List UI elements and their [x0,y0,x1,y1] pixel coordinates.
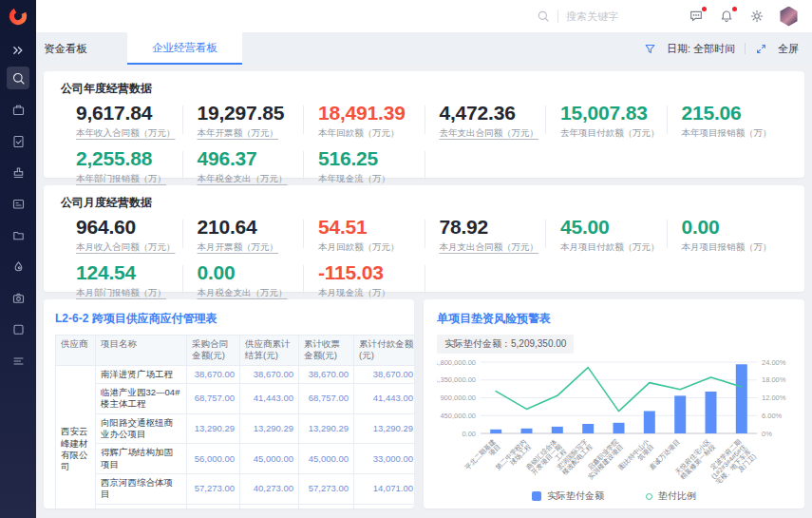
amount-cell[interactable]: 45,000.00 [240,444,299,474]
svg-text:1,800,000.00: 1,800,000.00 [437,358,476,367]
kpi-cell-empty [425,262,546,299]
table-row: 西京河西综合体项目 57,273.00 40,273.00 57,273.00 … [56,474,415,505]
amount-cell[interactable]: 56,000.00 [187,444,240,474]
briefcase-icon [11,103,26,117]
kpi-value: 964.60 [76,217,182,238]
amount-cell[interactable]: 13,290.29 [240,413,299,444]
project-name: 西京河西综合体项目 [96,474,187,505]
kpi-cell: 45.00本月项目付款额（万元） [545,217,667,254]
kpi-label[interactable]: 本月部门报销额（万） [76,287,166,299]
kpi-label[interactable]: 本月税金支出（万元） [198,287,288,299]
sidebar-nav [7,67,29,372]
kpi-cell: 0.00本月税金支出（万元） [182,262,304,299]
table-row: 得辉广场结构加固项目 56,000.00 45,000.00 45,000.00… [56,444,415,474]
app-logo[interactable] [0,0,36,32]
search-icon[interactable] [537,10,550,23]
sidebar-item-package[interactable] [7,317,29,340]
kpi-label[interactable]: 本月收入合同额（万元） [76,241,176,254]
camera-icon [11,291,26,305]
sidebar-item-droplet[interactable] [7,255,29,278]
kpi-label: 本年回款额（万元） [318,127,400,140]
amount-cell[interactable]: 57,273.00 [187,474,240,505]
supplier-payable-table: 供应商 项目名称 采购合同金额(元) 供应商累计结算(元) 累计收票金额(元) … [55,335,414,508]
amount-cell[interactable]: 45,000.00 [299,444,354,474]
table-row: 向阳路交通枢纽商业办公项目 13,290.29 13,290.29 13,290… [56,413,415,444]
line-legend-marker [646,493,652,500]
risk-chart-svg[interactable]: 0.000%450,000.006.00%900,000.0012.00%1,3… [437,357,791,490]
monthly-card-title: 公司月度经营数据 [61,195,787,211]
kpi-cell-empty [425,148,546,185]
sidebar-item-stamp[interactable] [7,161,29,183]
kpi-label[interactable]: 本月支出合同额（万元） [440,241,539,254]
amount-cell[interactable]: 14,071.00 [354,474,415,505]
amount-cell[interactable]: 450,800.00 [240,504,299,508]
kpi-value: 9,617.84 [76,103,182,124]
amount-cell[interactable]: 38,670.00 [354,365,415,383]
sidebar-expand-icon[interactable] [11,40,25,61]
amount-cell[interactable]: 33,000.00 [354,444,415,474]
kpi-label: 去年项目付款额（万元） [560,127,660,140]
sidebar-item-list[interactable] [7,349,29,372]
kpi-label[interactable]: 本年税金支出（万元） [198,173,288,185]
messages-button[interactable] [688,8,705,25]
col-contract-amount: 采购合同金额(元) [187,336,240,366]
fullscreen-button[interactable]: 全屏 [778,42,799,56]
kpi-label[interactable]: 去年支出合同额（万元） [440,127,539,140]
amount-cell[interactable]: 620,800.00 [187,504,240,508]
fullscreen-icon[interactable] [755,42,768,55]
kpi-value: 0.00 [682,217,788,238]
user-avatar[interactable] [779,7,799,27]
sidebar-item-id-card[interactable] [7,192,29,215]
sidebar-item-briefcase[interactable] [7,98,29,121]
kpi-label[interactable]: 本年开票额（万元） [198,127,279,140]
svg-text:450,000.00: 450,000.00 [440,412,476,420]
amount-cell[interactable]: 13,290.29 [187,413,240,444]
kpi-value: 496.37 [198,148,304,169]
kpi-label[interactable]: 本月开票额（万元） [198,241,279,254]
sorted-list-icon [11,354,26,368]
sidebar-item-search[interactable] [7,67,29,89]
settings-button[interactable] [748,8,765,25]
amount-cell[interactable]: 40,273.00 [240,474,299,505]
amount-cell[interactable]: 68,757.00 [187,384,240,414]
amount-cell[interactable]: 13,290.29 [354,413,415,444]
alerts-button[interactable] [718,8,735,25]
amount-cell[interactable]: 68,757.00 [299,384,354,414]
sidebar-item-camera[interactable] [7,286,29,309]
kpi-value: 124.54 [76,262,182,283]
amount-cell[interactable]: 13,290.29 [299,413,354,444]
kpi-value: -115.03 [318,262,425,283]
legend-label: 实际垫付金额 [547,489,604,503]
amount-cell[interactable]: 38,670.00 [187,365,240,383]
amount-cell[interactable]: 57,273.00 [299,474,354,505]
filter-funnel-icon[interactable] [644,42,657,55]
col-project: 项目名称 [96,336,187,366]
annual-card-title: 公司年度经营数据 [61,81,787,97]
sidebar-item-clipboard[interactable] [7,129,29,152]
project-name: 得辉广场结构加固项目 [96,444,187,474]
kpi-cell: 210.64本月开票额（万元） [182,217,304,254]
search-input[interactable] [566,10,640,22]
kpi-value: 15,007.83 [560,103,667,124]
amount-cell[interactable]: 41,443.00 [354,384,415,414]
search-divider [557,10,558,23]
amount-cell[interactable]: 420,800.00 [354,504,415,508]
kpi-label[interactable]: 本年部门报销额（万） [76,173,166,185]
col-invoice-amount: 累计收票金额(元) [299,336,354,366]
kpi-label: 本月回款额（万元） [318,241,400,254]
project-name: 临港产业园32—04#楼主体工程 [96,384,187,414]
kpi-label[interactable]: 本年收入合同额（万元） [76,127,176,140]
amount-cell[interactable]: 38,670.00 [240,365,299,383]
sidebar-item-folder[interactable] [7,223,29,246]
amount-cell[interactable]: 20,000.00 [299,504,354,508]
legend-item-bar[interactable]: 实际垫付金额 [532,489,604,503]
tab-fund-dashboard[interactable]: 资金看板 [44,32,87,65]
kpi-cell: 15,007.83去年项目付款额（万元） [545,103,667,140]
amount-cell[interactable]: 38,670.00 [299,365,354,383]
tab-enterprise-dashboard[interactable]: 企业经营看板 [127,32,242,65]
date-filter[interactable]: 日期: 全部时间 [667,42,735,56]
id-card-icon [11,197,26,211]
amount-cell[interactable]: 41,443.00 [240,384,299,414]
legend-item-line[interactable]: 垫付比例 [646,489,696,503]
kpi-cell: 18,491.39本年回款额（万元） [303,103,425,140]
